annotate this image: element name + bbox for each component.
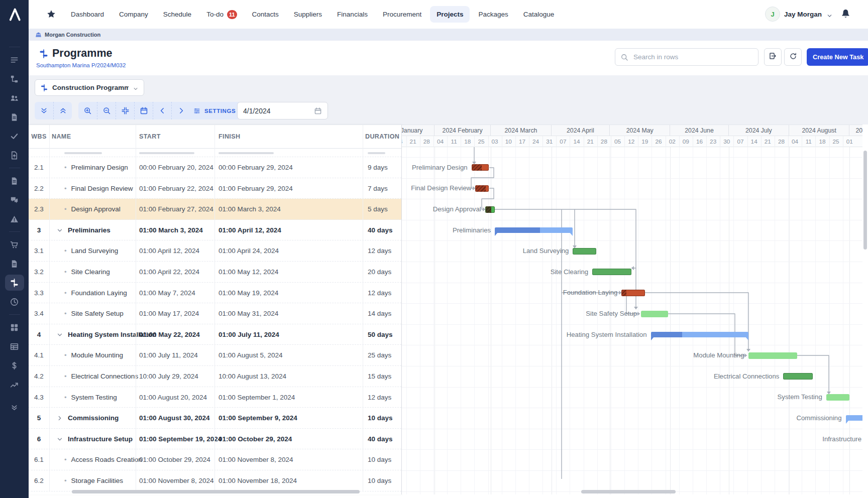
nav-item-projects[interactable]: Projects	[430, 6, 470, 23]
sidebar-item-document[interactable]	[5, 256, 24, 272]
gantt-bar-land-surveying[interactable]	[573, 248, 596, 255]
sidebar-item-chat[interactable]	[5, 192, 24, 208]
clock-icon	[10, 297, 19, 307]
toolbar-compress-button[interactable]	[116, 102, 134, 119]
gantt-bar-heating-system-installation[interactable]	[651, 332, 748, 337]
table-row[interactable]: 4.1•Module Mounting01:00 July 11, 202401…	[29, 345, 401, 366]
sidebar-item-gantt[interactable]	[5, 275, 24, 291]
table-row[interactable]: 2.1•Preliminary Design00:00 February 20,…	[29, 157, 401, 178]
collapse-chevron-icon[interactable]	[56, 436, 63, 443]
duration-cell: 40 days	[368, 429, 393, 450]
toolbar-zoom-out-button[interactable]	[97, 102, 116, 119]
sidebar-item-document[interactable]	[5, 109, 24, 125]
sidebar-item-chevrons-down[interactable]	[5, 399, 24, 415]
gantt-bar-site-safety-setup[interactable]	[641, 311, 668, 317]
sidebar-item-trend[interactable]	[5, 377, 24, 393]
table-row[interactable]: 3.3•Foundation Laying01:00 May 7, 202401…	[29, 283, 401, 304]
gantt-bar-label: Design Approval	[433, 205, 481, 214]
gantt-bar-electrical-connections[interactable]	[783, 373, 812, 380]
gantt-bar-design-approval[interactable]	[485, 206, 495, 213]
gantt-bar-system-testing[interactable]	[826, 394, 850, 401]
gantt-bar-commissioning[interactable]	[846, 415, 862, 421]
expand-chevron-icon[interactable]	[56, 415, 63, 422]
sidebar-item-document[interactable]	[5, 173, 24, 189]
favorites-star-icon[interactable]	[46, 9, 56, 19]
sidebar-item-table[interactable]	[5, 338, 24, 354]
table-row[interactable]: 3.2•Site Clearing01:00 April 22, 202401:…	[29, 262, 401, 283]
nav-item-to-do[interactable]: To-do11	[200, 6, 243, 24]
toolbar-double-chevron-up-button[interactable]	[53, 102, 72, 119]
sidebar-item-warning[interactable]	[5, 211, 24, 227]
table-row[interactable]: 6Infrastructure Setup01:00 September 19,…	[29, 429, 401, 450]
nav-item-dashboard[interactable]: Dashboard	[64, 6, 111, 23]
sidebar-item-hierarchy[interactable]	[5, 71, 24, 87]
nav-item-label: Catalogue	[523, 11, 555, 18]
toolbar-double-chevron-down-button[interactable]	[35, 102, 53, 119]
nav-item-contacts[interactable]: Contacts	[246, 6, 285, 23]
project-link[interactable]: Southampton Marina P/2024/M032	[36, 62, 126, 68]
table-row[interactable]: 4.2•Electrical Connections10:00 July 29,…	[29, 366, 401, 387]
date-input[interactable]: 4/1/2024	[237, 102, 328, 119]
sidebar-item-dollar[interactable]	[5, 357, 24, 374]
nav-item-packages[interactable]: Packages	[472, 6, 514, 23]
table-row[interactable]: 2.3•Design Approval01:00 February 27, 20…	[29, 199, 401, 220]
toolbar-zoom-in-button[interactable]	[78, 102, 97, 119]
sidebar-item-file-upload[interactable]	[5, 147, 24, 163]
sidebar-item-users[interactable]	[5, 90, 24, 106]
start-cell: 01:00 November 8, 2024	[139, 470, 214, 491]
nav-item-suppliers[interactable]: Suppliers	[287, 6, 329, 23]
table-horizontal-scrollbar[interactable]	[72, 490, 360, 493]
table-row[interactable]: 2.2•Final Design Review01:00 February 22…	[29, 178, 401, 199]
table-row[interactable]: 5Commissioning01:00 August 30, 202401:00…	[29, 408, 401, 429]
notifications-bell-icon[interactable]	[840, 8, 851, 20]
nav-item-financials[interactable]: Financials	[331, 6, 374, 23]
nav-item-company[interactable]: Company	[113, 6, 155, 23]
month-label: 2024 June	[685, 127, 713, 134]
toolbar-calendar-button[interactable]	[134, 102, 153, 119]
sidebar-item-clock[interactable]	[5, 294, 24, 310]
nav-item-procurement[interactable]: Procurement	[376, 6, 428, 23]
summary-wing	[570, 232, 573, 236]
breadcrumb[interactable]: Morgan Construction	[29, 29, 868, 41]
gantt-month: 2024 April	[552, 125, 610, 136]
app-logo-icon[interactable]	[0, 0, 29, 29]
gantt-bar-final-design-review[interactable]	[475, 185, 489, 192]
gantt-bar-module-mounting[interactable]	[748, 352, 797, 359]
nav-item-schedule[interactable]: Schedule	[157, 6, 198, 23]
table-row[interactable]: 4Heating System Installation01:00 May 22…	[29, 324, 401, 345]
search-box[interactable]	[615, 48, 758, 66]
programme-selector[interactable]: Construction Programme	[35, 79, 144, 96]
gantt-bar-preliminary-design[interactable]	[472, 164, 489, 171]
task-name: Module Mounting	[71, 345, 124, 366]
collapse-chevron-icon[interactable]	[56, 331, 63, 338]
sidebar-item-grid[interactable]	[5, 319, 24, 335]
toolbar-chevron-left-button[interactable]	[153, 102, 171, 119]
avatar[interactable]: J	[765, 7, 780, 22]
table-row[interactable]: 4.3•System Testing01:00 August 20, 20240…	[29, 387, 401, 408]
search-input[interactable]	[632, 53, 753, 61]
warning-icon	[10, 214, 19, 224]
create-new-task-button[interactable]: Create New Task	[807, 48, 868, 66]
table-row[interactable]: 3.4•Site Safety Setup01:00 May 17, 20240…	[29, 303, 401, 324]
row-gridline	[402, 220, 862, 220]
tick-separator	[843, 136, 843, 147]
nav-item-catalogue[interactable]: Catalogue	[517, 6, 561, 23]
table-row[interactable]: 6.1•Access Roads Creation01:00 October 2…	[29, 449, 401, 470]
refresh-button[interactable]	[784, 48, 802, 66]
table-row[interactable]: 3Preliminaries01:00 March 3, 202401:00 A…	[29, 220, 401, 241]
gantt-bar-foundation-laying[interactable]	[621, 290, 645, 296]
export-button[interactable]	[764, 48, 782, 66]
gantt-bar-site-clearing[interactable]	[592, 269, 631, 275]
user-name[interactable]: Jay Morgan	[784, 11, 822, 18]
gantt-horizontal-scrollbar[interactable]	[581, 490, 676, 493]
sidebar-item-list[interactable]	[5, 52, 24, 68]
sidebar-item-check[interactable]	[5, 128, 24, 144]
table-row[interactable]: 6.2•Storage Facilities01:00 November 8, …	[29, 470, 401, 491]
week-tick: 19	[641, 136, 648, 147]
sidebar-item-cart[interactable]	[5, 236, 24, 253]
vertical-scrollbar[interactable]	[863, 151, 867, 250]
table-row[interactable]: 3.1•Land Surveying01:00 April 12, 202401…	[29, 240, 401, 262]
collapse-chevron-icon[interactable]	[56, 227, 63, 234]
user-menu-chevron-icon[interactable]	[826, 12, 833, 19]
gantt-bar-preliminaries[interactable]	[495, 227, 573, 233]
